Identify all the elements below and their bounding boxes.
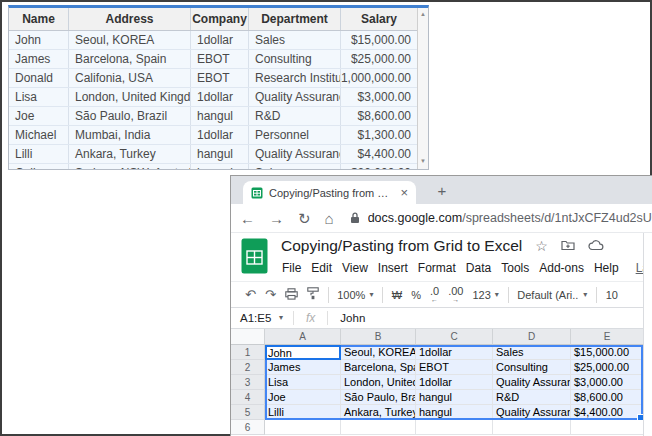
cell-salary[interactable]: $15,000.00 [341, 31, 417, 49]
column-header-b[interactable]: B [341, 329, 416, 345]
cell-c5[interactable]: hangul [416, 405, 493, 420]
address-bar[interactable]: docs.google.com/spreadsheets/d/1ntJxCFZ4… [368, 211, 652, 225]
increase-decimal-button[interactable]: .00 → [448, 286, 463, 303]
cell-company[interactable]: hangul [191, 164, 249, 170]
cell-b6[interactable] [341, 420, 416, 435]
cell-b3[interactable]: London, United Kingdom [341, 375, 416, 390]
cell-salary[interactable]: $8,600.00 [341, 107, 417, 125]
menu-format[interactable]: Format [417, 260, 457, 276]
menu-file[interactable]: File [281, 260, 302, 276]
font-select[interactable]: Default (Ari... ▾ [517, 289, 587, 301]
column-header-c[interactable]: C [416, 329, 493, 345]
cell-d2[interactable]: Consulting [493, 360, 571, 375]
cell-address[interactable]: London, United Kingdom [69, 88, 191, 106]
percent-format-button[interactable]: % [411, 289, 421, 301]
cell-salary[interactable]: $1,000,000.00 [341, 69, 417, 87]
table-row[interactable]: Joe São Paulo, Brazil hangul R&D $8,600.… [9, 107, 417, 126]
browser-tab[interactable]: Copying/Pasting from Grid to Excel × [243, 181, 416, 204]
chevron-down-icon[interactable]: ▾ [279, 314, 283, 322]
cell-salary[interactable]: $20,000.00 [341, 164, 417, 170]
cell-e6[interactable] [571, 420, 643, 435]
cell-name[interactable]: Michael [9, 126, 69, 144]
cell-a5[interactable]: Lilli [265, 405, 341, 420]
more-formats-button[interactable]: 123 ▾ [472, 289, 498, 301]
cell-company[interactable]: hangul [191, 107, 249, 125]
print-icon[interactable] [285, 288, 298, 302]
forward-icon[interactable]: → [269, 211, 284, 226]
page-scrollbar[interactable] [643, 233, 652, 436]
cell-e1[interactable]: $15,000.00 [571, 345, 643, 360]
decrease-decimal-button[interactable]: .0 ← [430, 286, 439, 303]
cell-d4[interactable]: R&D [493, 390, 571, 405]
cell-a4[interactable]: Joe [265, 390, 341, 405]
cloud-status-icon[interactable] [588, 239, 604, 253]
active-cell[interactable]: John [265, 345, 341, 360]
cell-salary[interactable]: $3,000.00 [341, 88, 417, 106]
cell-department[interactable]: R&D [249, 107, 341, 125]
star-icon[interactable]: ☆ [535, 239, 548, 253]
cell-address[interactable]: São Paulo, Brazil [69, 107, 191, 125]
cell-name[interactable]: James [9, 50, 69, 68]
scroll-up-icon[interactable]: ▲ [418, 10, 428, 18]
redo-icon[interactable]: ↷ [265, 288, 276, 301]
cell-department[interactable]: Quality Assurance [249, 145, 341, 163]
cell-d5[interactable]: Quality Assurance [493, 405, 571, 420]
cell-address[interactable]: Califonia, USA [69, 69, 191, 87]
row-header[interactable]: 3 [231, 375, 265, 390]
cell-c4[interactable]: hangul [416, 390, 493, 405]
undo-icon[interactable]: ↶ [245, 288, 256, 301]
back-icon[interactable]: ← [240, 211, 255, 226]
menu-data[interactable]: Data [465, 260, 492, 276]
formula-input[interactable]: John [340, 312, 365, 324]
name-box[interactable]: A1:E5 [231, 312, 279, 324]
zoom-select[interactable]: 100% ▾ [337, 289, 373, 301]
cell-c3[interactable]: 1dollar [416, 375, 493, 390]
cell-company[interactable]: EBOT [191, 69, 249, 87]
cell-name[interactable]: Lisa [9, 88, 69, 106]
table-row-partial[interactable]: Celine Sydney, NSW, Australia hangul Sal… [9, 164, 417, 170]
cell-d3[interactable]: Quality Assurance [493, 375, 571, 390]
cell-d1[interactable]: Sales [493, 345, 571, 360]
menu-edit[interactable]: Edit [310, 260, 333, 276]
row-header[interactable]: 6 [231, 420, 265, 435]
cell-name[interactable]: John [9, 31, 69, 49]
table-row[interactable]: Michael Mumbai, India 1dollar Personnel … [9, 126, 417, 145]
home-icon[interactable]: ⌂ [325, 211, 334, 226]
paint-format-icon[interactable] [307, 287, 319, 302]
table-row[interactable]: Lisa London, United Kingdom 1dollar Qual… [9, 88, 417, 107]
cell-salary[interactable]: $1,300.00 [341, 126, 417, 144]
select-all-corner[interactable] [231, 329, 265, 345]
cell-e4[interactable]: $8,600.00 [571, 390, 643, 405]
cell-company[interactable]: 1dollar [191, 88, 249, 106]
cell-e2[interactable]: $25,000.00 [571, 360, 643, 375]
table-row[interactable]: James Barcelona, Spain EBOT Consulting $… [9, 50, 417, 69]
table-row[interactable]: Lilli Ankara, Turkey hangul Quality Assu… [9, 145, 417, 164]
cell-a6[interactable] [265, 420, 341, 435]
new-tab-button[interactable]: + [431, 179, 453, 201]
cell-department[interactable]: Quality Assurance [249, 88, 341, 106]
cell-company[interactable]: 1dollar [191, 126, 249, 144]
menu-insert[interactable]: Insert [377, 260, 409, 276]
menu-view[interactable]: View [341, 260, 369, 276]
row-header[interactable]: 5 [231, 405, 265, 420]
cell-department[interactable]: Sales [249, 31, 341, 49]
cell-d6[interactable] [493, 420, 571, 435]
column-header-a[interactable]: A [265, 329, 341, 345]
cell-department[interactable]: Research Institute [249, 69, 341, 87]
cell-c2[interactable]: EBOT [416, 360, 493, 375]
tab-close-icon[interactable]: × [400, 186, 408, 199]
sheets-logo-icon[interactable] [241, 238, 268, 278]
cell-company[interactable]: 1dollar [191, 31, 249, 49]
cell-name[interactable]: Donald [9, 69, 69, 87]
grid-vertical-scrollbar[interactable]: ▲ ▼ [417, 8, 428, 169]
cell-department[interactable]: Sales [249, 164, 341, 170]
row-header[interactable]: 2 [231, 360, 265, 375]
column-header-e[interactable]: E [571, 329, 643, 345]
cell-a2[interactable]: James [265, 360, 341, 375]
cell-b2[interactable]: Barcelona, Spain [341, 360, 416, 375]
menu-add-ons[interactable]: Add-ons [538, 260, 585, 276]
cell-department[interactable]: Personnel [249, 126, 341, 144]
reload-icon[interactable]: ↻ [298, 211, 311, 226]
cell-b5[interactable]: Ankara, Turkey [341, 405, 416, 420]
doc-title[interactable]: Copying/Pasting from Grid to Excel [281, 237, 522, 255]
